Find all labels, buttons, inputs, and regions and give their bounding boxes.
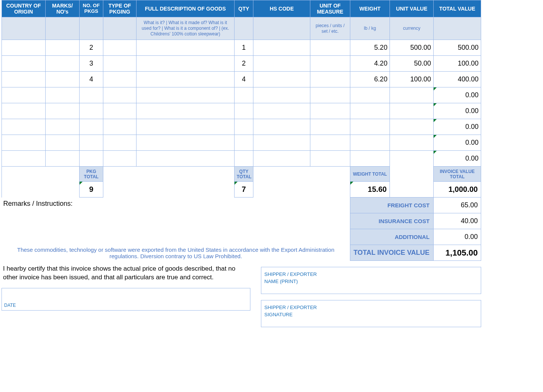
insurance-value[interactable]: 40.00: [434, 213, 481, 229]
export-note: These commodities, technology or softwar…: [2, 245, 350, 261]
shipper-name-label: SHIPPER / EXPORTER NAME (PRINT): [264, 271, 478, 285]
date-box[interactable]: DATE: [2, 288, 250, 311]
table-row[interactable]: 0.00: [2, 135, 481, 151]
table-row[interactable]: 0.00: [2, 119, 481, 135]
invoice-value-total: 1,000.00: [434, 182, 481, 198]
shipper-signature-label: SHIPPER / EXPORTER SIGNATURE: [264, 304, 478, 318]
total-invoice-label: TOTAL INVOICE VALUE: [350, 245, 433, 261]
hint-desc: What is it? | What is it made of? What i…: [137, 17, 235, 40]
invoice-table: COUNTRY OF ORIGIN MARKS/ NO's NO. OF PKG…: [2, 0, 481, 261]
hint-row: What is it? | What is it made of? What i…: [2, 17, 481, 40]
hint-weight: lb / kg: [350, 17, 390, 40]
col-qty: QTY: [234, 0, 253, 17]
col-country: COUNTRY OF ORIGIN: [2, 0, 46, 17]
additional-value[interactable]: 0.00: [434, 229, 481, 245]
remarks-label: Remarks / Instructions:: [2, 198, 350, 245]
total-invoice-value: 1,105.00: [434, 245, 481, 261]
date-label: DATE: [4, 303, 16, 308]
freight-label: FREIGHT COST: [350, 198, 433, 213]
col-marks: MARKS/ NO's: [45, 0, 80, 17]
table-row[interactable]: 0.00: [2, 151, 481, 167]
col-desc: FULL DESCRIPTION OF GOODS: [137, 0, 235, 17]
table-row[interactable]: 215.20500.00500.00: [2, 40, 481, 56]
additional-label: ADDITIONAL: [350, 229, 433, 245]
weight-total-label: WEIGHT TOTAL: [350, 167, 390, 182]
freight-value[interactable]: 65.00: [434, 198, 481, 213]
table-row[interactable]: 324.2050.00100.00: [2, 56, 481, 72]
header-row: COUNTRY OF ORIGIN MARKS/ NO's NO. OF PKG…: [2, 0, 481, 17]
col-pktype: TYPE OF PKGING: [103, 0, 137, 17]
col-weight: WEIGHT: [350, 0, 390, 17]
hint-uval: currency: [390, 17, 434, 40]
col-hs: HS CODE: [253, 0, 310, 17]
pkg-total: 9: [80, 182, 103, 198]
qty-total-label: QTY TOTAL: [234, 167, 253, 182]
invoice-total-label: INVOICE VALUE TOTAL: [434, 167, 481, 182]
pkg-total-label: PKG TOTAL: [80, 167, 103, 182]
hint-uom: pieces / units / set / etc.: [310, 17, 350, 40]
shipper-signature-box[interactable]: SHIPPER / EXPORTER SIGNATURE: [261, 300, 481, 327]
certify-text: I hearby certify that this invoice shows…: [2, 261, 250, 282]
col-uom: UNIT OF MEASURE: [310, 0, 350, 17]
shipper-name-box[interactable]: SHIPPER / EXPORTER NAME (PRINT): [261, 267, 481, 294]
table-row[interactable]: 0.00: [2, 87, 481, 103]
qty-total: 7: [234, 182, 253, 198]
table-row[interactable]: 0.00: [2, 103, 481, 119]
table-row[interactable]: 446.20100.00400.00: [2, 72, 481, 87]
insurance-label: INSURANCE COST: [350, 213, 433, 229]
col-tval: TOTAL VALUE: [434, 0, 481, 17]
col-uval: UNIT VALUE: [390, 0, 434, 17]
col-pkgs: NO. OF PKGS: [80, 0, 103, 17]
weight-total: 15.60: [350, 182, 390, 198]
